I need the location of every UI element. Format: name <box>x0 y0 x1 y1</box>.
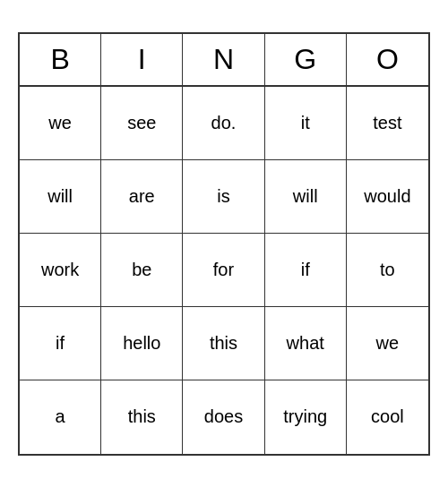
bingo-cell-18[interactable]: what <box>265 307 347 380</box>
bingo-cell-13[interactable]: if <box>265 234 347 307</box>
bingo-cell-17[interactable]: this <box>183 307 264 380</box>
bingo-cell-2[interactable]: do. <box>183 87 264 160</box>
bingo-cell-5[interactable]: will <box>20 160 101 234</box>
header-letter-g: G <box>265 34 347 85</box>
bingo-cell-22[interactable]: does <box>183 380 264 454</box>
bingo-card: BINGO weseedo.ittestwillareiswillwouldwo… <box>18 32 430 456</box>
bingo-cell-20[interactable]: a <box>20 380 101 454</box>
bingo-cell-21[interactable]: this <box>101 380 183 454</box>
bingo-cell-1[interactable]: see <box>101 87 183 160</box>
bingo-cell-16[interactable]: hello <box>101 307 183 380</box>
bingo-cell-3[interactable]: it <box>265 87 347 160</box>
bingo-cell-8[interactable]: will <box>265 160 347 234</box>
bingo-cell-12[interactable]: for <box>183 234 264 307</box>
bingo-header: BINGO <box>20 34 428 87</box>
bingo-cell-9[interactable]: would <box>347 160 428 234</box>
bingo-cell-7[interactable]: is <box>183 160 264 234</box>
bingo-cell-14[interactable]: to <box>347 234 428 307</box>
bingo-cell-0[interactable]: we <box>20 87 101 160</box>
bingo-cell-4[interactable]: test <box>347 87 428 160</box>
bingo-cell-19[interactable]: we <box>347 307 428 380</box>
header-letter-n: N <box>183 34 264 85</box>
bingo-cell-24[interactable]: cool <box>347 380 428 454</box>
header-letter-i: I <box>101 34 183 85</box>
bingo-cell-10[interactable]: work <box>20 234 101 307</box>
bingo-cell-11[interactable]: be <box>101 234 183 307</box>
bingo-cell-15[interactable]: if <box>20 307 101 380</box>
bingo-cell-6[interactable]: are <box>101 160 183 234</box>
bingo-cell-23[interactable]: trying <box>265 380 347 454</box>
header-letter-o: O <box>347 34 428 85</box>
bingo-grid: weseedo.ittestwillareiswillwouldworkbefo… <box>20 87 428 454</box>
header-letter-b: B <box>20 34 101 85</box>
